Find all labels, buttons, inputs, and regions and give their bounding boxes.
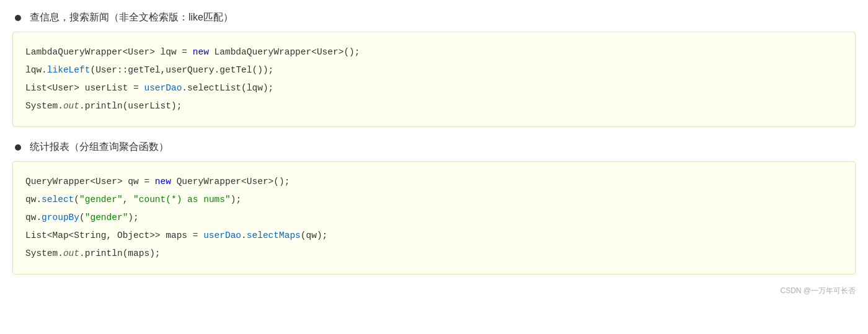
token: LambdaQueryWrapper<User>(); (209, 47, 360, 57)
section1-title: 查信息，搜索新闻（非全文检索版：like匹配） (30, 11, 233, 24)
token: List<User> userList = (25, 83, 144, 93)
token: select (42, 195, 74, 204)
token: ( (79, 213, 85, 222)
token: "gender" (85, 213, 128, 222)
section2-header: 统计报表（分组查询聚合函数） (6, 136, 862, 159)
watermark-text: CSDN @一万年可长否 (780, 286, 856, 295)
section2-code: QueryWrapper<User> qw = new QueryWrapper… (12, 161, 856, 275)
token: new (193, 47, 209, 57)
token: groupBy (42, 213, 79, 222)
token: System. (25, 101, 63, 111)
code-line: LambdaQueryWrapper<User> lqw = new Lambd… (25, 43, 843, 61)
token: userDao (144, 83, 182, 93)
token: System. (25, 248, 63, 258)
code-line: qw.select("gender", "count(*) as nums"); (25, 191, 843, 209)
token: LambdaQueryWrapper<User> lqw = (25, 47, 193, 57)
token: QueryWrapper<User>(); (171, 177, 290, 187)
code-line: List<Map<String, Object>> maps = userDao… (25, 227, 843, 245)
token: lqw. (25, 65, 47, 75)
token: "count(*) as nums" (133, 195, 231, 204)
code-line: qw.groupBy("gender"); (25, 209, 843, 227)
section1: 查信息，搜索新闻（非全文检索版：like匹配） LambdaQueryWrapp… (6, 6, 862, 127)
bullet-dot-1 (15, 15, 21, 21)
token: likeLeft (47, 65, 91, 75)
token: out (63, 101, 79, 111)
token: .println(maps); (79, 248, 161, 258)
token: out (63, 248, 79, 258)
token: QueryWrapper<User> qw = (25, 177, 155, 187)
token: ( (74, 195, 79, 204)
page-container: 查信息，搜索新闻（非全文检索版：like匹配） LambdaQueryWrapp… (0, 0, 868, 309)
token: , (123, 195, 133, 204)
code-line: lqw.likeLeft(User::getTel,userQuery.getT… (25, 61, 843, 79)
section2-title: 统计报表（分组查询聚合函数） (30, 141, 169, 154)
token: selectMaps (247, 231, 301, 240)
section1-header: 查信息，搜索新闻（非全文检索版：like匹配） (6, 6, 862, 29)
token: (qw); (301, 231, 328, 240)
token: .selectList(lqw); (182, 83, 273, 93)
token: qw. (25, 213, 42, 222)
watermark: CSDN @一万年可长否 (0, 283, 868, 296)
token: List<Map<String, Object>> maps = (25, 231, 203, 240)
code-line: System.out.println(maps); (25, 245, 843, 263)
token: userDao (203, 231, 241, 240)
token: .println(userList); (79, 101, 182, 111)
token: ); (128, 213, 138, 222)
section2: 统计报表（分组查询聚合函数） QueryWrapper<User> qw = n… (6, 136, 862, 275)
token: ); (231, 195, 241, 204)
token: . (241, 231, 247, 240)
section1-code: LambdaQueryWrapper<User> lqw = new Lambd… (12, 32, 856, 127)
token: (User::getTel,userQuery.getTel()); (90, 65, 273, 75)
code-line: QueryWrapper<User> qw = new QueryWrapper… (25, 173, 843, 191)
bullet-dot-2 (15, 144, 21, 151)
token: qw. (25, 195, 42, 204)
code-line: List<User> userList = userDao.selectList… (25, 79, 843, 97)
code-line: System.out.println(userList); (25, 97, 843, 115)
token: "gender" (79, 195, 123, 204)
token: new (155, 177, 171, 187)
